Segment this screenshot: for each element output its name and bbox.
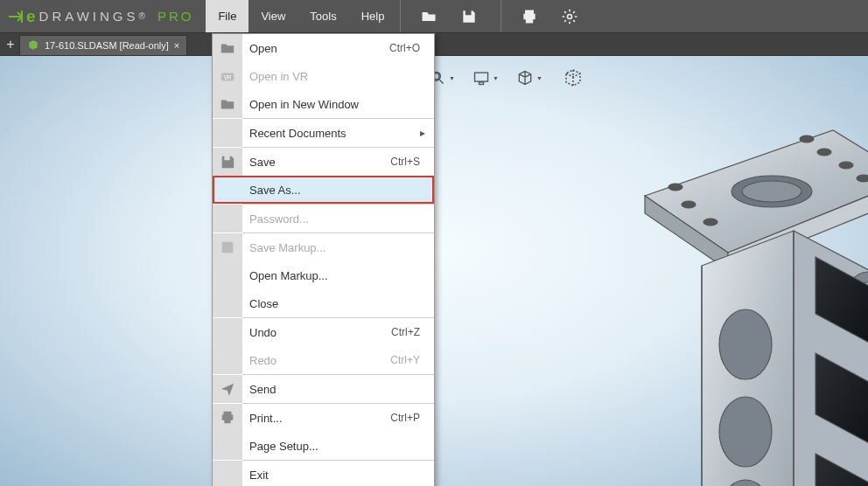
svg-rect-7 [475, 73, 488, 81]
menu-item-label: Page Setup... [242, 440, 434, 453]
toolbar-icons-2 [500, 0, 598, 32]
menu-item-label: Close [242, 297, 434, 310]
menu-item-exit[interactable]: Exit [213, 461, 434, 486]
toolbar-icons [400, 0, 497, 32]
svg-point-0 [568, 14, 572, 18]
svg-point-20 [800, 135, 814, 142]
orientation-icon[interactable] [516, 66, 542, 89]
menu-item-send[interactable]: Send [213, 375, 434, 403]
menu-item-label: Send [242, 383, 434, 396]
tab-label: 17-610.SLDASM [Read-only] [45, 40, 169, 51]
print-icon[interactable] [521, 8, 538, 25]
menu-bar: File View Tools Help [206, 0, 396, 32]
svg-point-19 [857, 175, 868, 182]
svg-point-16 [668, 184, 682, 191]
document-tab[interactable]: 17-610.SLDASM [Read-only] × [19, 35, 187, 55]
menu-item-label: Exit [242, 469, 434, 482]
open-icon[interactable] [420, 8, 438, 25]
menu-file[interactable]: File [206, 0, 248, 32]
menu-item-close[interactable]: Close [213, 289, 434, 317]
logo-word: DRAWINGS [39, 9, 139, 24]
menu-item-label: Undo [242, 326, 391, 339]
menu-item-label: Password... [242, 212, 434, 226]
assembly-icon [27, 39, 39, 52]
close-tab-icon[interactable]: × [174, 40, 179, 51]
title-bar: e DRAWINGS ® PRO File View Tools Help [0, 0, 868, 33]
save-icon[interactable] [460, 8, 478, 25]
logo-letter: e [26, 7, 36, 26]
menu-item-label: Recent Documents [242, 127, 434, 140]
svg-rect-8 [480, 82, 484, 85]
menu-item-shortcut: Ctrl+S [390, 156, 434, 168]
menu-item-label: Open in New Window [242, 98, 434, 111]
menu-help[interactable]: Help [349, 0, 397, 32]
menu-item-save[interactable]: SaveCtrl+S [213, 148, 434, 176]
menu-item-label: Open [242, 42, 389, 55]
svg-point-13 [742, 181, 802, 202]
menu-item-password: Password... [213, 205, 434, 233]
menu-item-label: Save [242, 156, 390, 169]
svg-point-17 [817, 149, 831, 156]
menu-item-shortcut: Ctrl+O [389, 42, 434, 54]
menu-item-label: Print... [242, 412, 390, 425]
menu-item-shortcut: Ctrl+P [390, 412, 434, 424]
menu-tools[interactable]: Tools [298, 0, 348, 32]
file-menu-dropdown: OpenCtrl+OVROpen in VROpen in New Window… [212, 33, 435, 486]
3d-model [500, 82, 868, 486]
logo-suffix: PRO [158, 9, 194, 24]
svg-point-15 [704, 219, 718, 226]
menu-item-label: Redo [242, 354, 390, 367]
svg-point-14 [682, 201, 696, 208]
menu-item-redo: RedoCtrl+Y [213, 346, 434, 374]
menu-view[interactable]: View [248, 0, 298, 32]
menu-item-open-markup[interactable]: Open Markup... [213, 261, 434, 289]
menu-item-print[interactable]: Print...Ctrl+P [213, 404, 434, 432]
arrow-right-icon [9, 8, 26, 25]
menu-item-shortcut: Ctrl+Z [391, 326, 434, 338]
menu-item-label: Open Markup... [242, 269, 434, 282]
menu-item-label: Open in VR [242, 70, 434, 83]
menu-item-open[interactable]: OpenCtrl+O [213, 34, 434, 62]
svg-point-25 [719, 309, 772, 379]
menu-item-recent-documents[interactable]: Recent Documents [213, 119, 434, 147]
menu-item-page-setup[interactable]: Page Setup... [213, 432, 434, 460]
menu-item-label: Save Markup... [242, 241, 434, 254]
menu-item-save-markup: Save Markup... [213, 233, 434, 261]
display-style-icon[interactable] [472, 66, 499, 89]
svg-text:VR: VR [224, 74, 232, 80]
perspective-icon[interactable] [560, 66, 586, 89]
menu-item-undo[interactable]: UndoCtrl+Z [213, 318, 434, 346]
app-logo: e DRAWINGS ® PRO [0, 0, 206, 32]
new-tab-button[interactable]: + [2, 33, 19, 55]
svg-point-26 [719, 397, 772, 467]
gear-icon[interactable] [561, 8, 578, 25]
menu-item-save-as[interactable]: Save As... [213, 176, 434, 204]
menu-item-label: Save As... [242, 184, 434, 197]
menu-item-open-in-new-window[interactable]: Open in New Window [213, 90, 434, 118]
menu-item-open-in-vr: VROpen in VR [213, 62, 434, 90]
menu-item-shortcut: Ctrl+Y [390, 354, 434, 366]
svg-point-18 [839, 162, 853, 169]
